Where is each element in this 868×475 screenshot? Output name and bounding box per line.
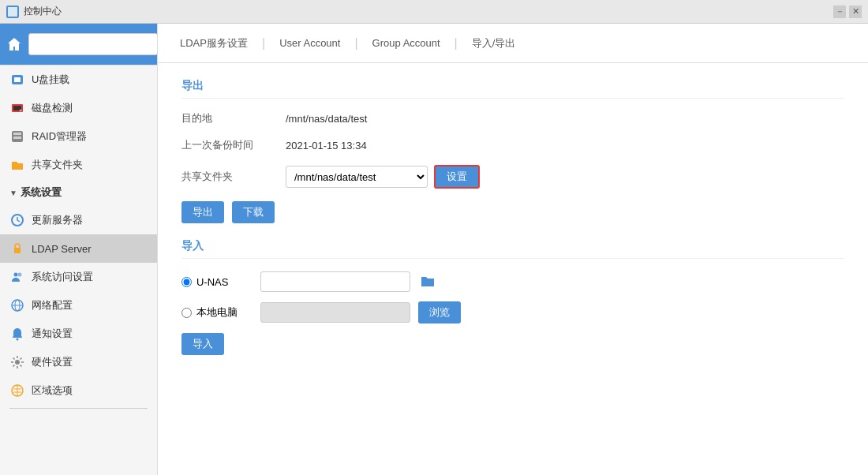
unas-label: U-NAS: [196, 276, 228, 288]
svg-point-18: [17, 338, 19, 341]
tab-label: LDAP服务设置: [180, 36, 248, 50]
app-icon: [6, 6, 19, 18]
close-button[interactable]: ✕: [849, 6, 862, 18]
svg-rect-0: [8, 7, 17, 17]
svg-rect-10: [13, 137, 21, 139]
share-folder-select[interactable]: /mnt/nas/data/test: [286, 166, 428, 188]
region-icon: [9, 383, 25, 398]
sidebar-item-label: U盘挂载: [32, 73, 69, 87]
export-button[interactable]: 导出: [181, 201, 224, 223]
sidebar-item-access[interactable]: 系统访问设置: [0, 263, 157, 291]
hardware-icon: [9, 354, 25, 370]
search-input[interactable]: [28, 33, 158, 55]
sidebar-item-label: 更新服务器: [32, 213, 83, 227]
last-backup-row: 上一次备份时间 2021-01-15 13:34: [181, 138, 844, 152]
sidebar-item-region[interactable]: 区域选项: [0, 376, 157, 405]
system-settings-section[interactable]: ▼ 系统设置: [0, 179, 157, 206]
tab-bar: LDAP服务设置 | User Account | Group Account …: [158, 24, 868, 63]
section-label: 系统设置: [21, 185, 62, 200]
unas-radio-label[interactable]: U-NAS: [181, 276, 253, 288]
disk-icon: [9, 100, 25, 116]
sidebar-item-usb[interactable]: U盘挂载: [0, 65, 157, 94]
settings-button[interactable]: 设置: [434, 165, 480, 189]
tab-label: 导入/导出: [472, 36, 516, 50]
tab-import-export[interactable]: 导入/导出: [458, 24, 530, 62]
sidebar-item-label: 硬件设置: [32, 355, 73, 369]
sidebar-item-update[interactable]: 更新服务器: [0, 206, 157, 234]
svg-rect-9: [13, 133, 21, 135]
export-actions: 导出 下载: [181, 201, 844, 223]
import-button[interactable]: 导入: [181, 333, 224, 355]
svg-rect-12: [14, 248, 21, 253]
sidebar-divider: [9, 408, 148, 409]
local-row: 本地电脑 浏览: [181, 301, 844, 324]
sidebar-item-label: 网络配置: [32, 298, 73, 312]
sidebar-item-label: LDAP Server: [32, 243, 92, 255]
destination-value: /mnt/nas/data/test: [286, 113, 367, 125]
titlebar: 控制中心 － ✕: [0, 0, 868, 24]
svg-rect-4: [14, 77, 21, 82]
sidebar-header: [0, 24, 157, 65]
download-button[interactable]: 下载: [232, 201, 275, 223]
last-backup-value: 2021-01-15 13:34: [286, 140, 367, 151]
chevron-down-icon: ▼: [9, 189, 17, 197]
destination-label: 目的地: [181, 111, 276, 125]
tab-label: User Account: [279, 37, 340, 49]
tab-group-account[interactable]: Group Account: [358, 24, 455, 62]
window-controls: － ✕: [833, 6, 862, 18]
import-action: 导入: [181, 333, 844, 355]
update-icon: [9, 212, 25, 228]
sidebar-item-label: RAID管理器: [32, 129, 87, 144]
folder-browse-button[interactable]: [418, 272, 437, 292]
unas-row: U-NAS: [181, 271, 844, 292]
sidebar-item-label: 区域选项: [32, 383, 73, 398]
svg-point-14: [18, 273, 22, 277]
sidebar-item-share[interactable]: 共享文件夹: [0, 151, 157, 179]
local-radio[interactable]: [181, 308, 192, 318]
sidebar-item-network[interactable]: 网络配置: [0, 291, 157, 320]
sidebar-item-notify[interactable]: 通知设置: [0, 320, 157, 348]
unas-radio[interactable]: [181, 277, 192, 287]
content-area: 导出 目的地 /mnt/nas/data/test 上一次备份时间 2021-0…: [158, 63, 868, 475]
network-icon: [9, 297, 25, 313]
ldap-icon: [9, 241, 25, 256]
minimize-button[interactable]: －: [833, 6, 846, 18]
svg-point-19: [15, 360, 20, 365]
sidebar-item-label: 共享文件夹: [32, 158, 83, 172]
app-title: 控制中心: [24, 5, 833, 18]
access-icon: [9, 269, 25, 285]
share-folder-controls: /mnt/nas/data/test 设置: [286, 165, 480, 189]
export-section-title: 导出: [181, 79, 844, 99]
sidebar-item-ldap[interactable]: LDAP Server: [0, 234, 157, 263]
usb-icon: [9, 72, 25, 88]
main-content: LDAP服务设置 | User Account | Group Account …: [158, 24, 868, 475]
svg-point-7: [20, 110, 22, 112]
app-container: U盘挂载 磁盘检测 RAID管理器 共享文件夹 ▼ 系统设置: [0, 24, 868, 475]
share-folder-row: 共享文件夹 /mnt/nas/data/test 设置: [181, 165, 844, 189]
svg-point-13: [14, 273, 18, 277]
local-input: [260, 302, 410, 323]
tab-label: Group Account: [372, 37, 440, 49]
import-section-title: 导入: [181, 239, 844, 259]
local-radio-label[interactable]: 本地电脑: [181, 305, 253, 320]
home-button[interactable]: [6, 30, 22, 58]
destination-row: 目的地 /mnt/nas/data/test: [181, 111, 844, 125]
export-section: 导出 目的地 /mnt/nas/data/test 上一次备份时间 2021-0…: [181, 79, 844, 223]
tab-ldap[interactable]: LDAP服务设置: [166, 24, 262, 62]
share-folder-label: 共享文件夹: [181, 170, 276, 184]
raid-icon: [9, 129, 25, 144]
unas-input[interactable]: [260, 271, 410, 292]
tab-user-account[interactable]: User Account: [265, 24, 354, 62]
sidebar-item-hardware[interactable]: 硬件设置: [0, 348, 157, 376]
last-backup-label: 上一次备份时间: [181, 138, 276, 152]
sidebar-item-raid[interactable]: RAID管理器: [0, 122, 157, 151]
local-label: 本地电脑: [196, 305, 238, 320]
browse-button[interactable]: 浏览: [418, 301, 461, 324]
sidebar-item-label: 通知设置: [32, 327, 73, 341]
sidebar: U盘挂载 磁盘检测 RAID管理器 共享文件夹 ▼ 系统设置: [0, 24, 158, 475]
sidebar-item-label: 系统访问设置: [32, 270, 93, 284]
share-folder-icon: [9, 157, 25, 173]
sidebar-item-label: 磁盘检测: [32, 101, 73, 115]
sidebar-item-disk[interactable]: 磁盘检测: [0, 94, 157, 122]
notify-icon: [9, 326, 25, 342]
